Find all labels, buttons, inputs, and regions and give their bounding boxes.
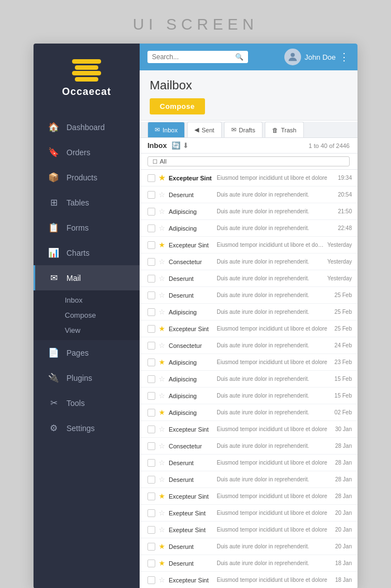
- email-checkbox[interactable]: [147, 526, 155, 534]
- star-icon[interactable]: ★: [159, 358, 165, 366]
- star-icon[interactable]: ★: [159, 408, 165, 417]
- sidebar-item-plugins[interactable]: 🔌 Plugins: [34, 365, 140, 390]
- email-row[interactable]: ☆ Deserunt Duis aute irure dolor in repr…: [140, 270, 357, 287]
- email-checkbox[interactable]: [147, 392, 155, 400]
- email-checkbox[interactable]: [147, 258, 155, 266]
- email-row[interactable]: ☆ Deserunt Duis aute irure dolor in repr…: [140, 187, 357, 203]
- star-icon[interactable]: ☆: [159, 291, 165, 299]
- star-icon[interactable]: ☆: [159, 375, 165, 383]
- email-checkbox[interactable]: [147, 342, 155, 350]
- star-icon[interactable]: ☆: [159, 525, 165, 534]
- email-checkbox[interactable]: [147, 543, 155, 551]
- email-row[interactable]: ★ Excepteur Sint Eiusmod tempor incididu…: [140, 321, 357, 337]
- tab-inbox[interactable]: ✉ Inbox: [147, 122, 185, 137]
- email-checkbox[interactable]: [147, 275, 155, 283]
- star-icon[interactable]: ★: [159, 559, 165, 567]
- email-row[interactable]: ★ Adipiscing Eiusmod tempor incididunt u…: [140, 354, 357, 371]
- star-icon[interactable]: ☆: [159, 509, 165, 517]
- subnav-view[interactable]: View: [65, 323, 140, 338]
- sidebar-item-charts[interactable]: 📊 Charts: [34, 240, 140, 265]
- sidebar-item-dashboard[interactable]: 🏠 Dashboard: [34, 114, 140, 140]
- email-checkbox[interactable]: [147, 442, 155, 450]
- star-icon[interactable]: ☆: [159, 207, 165, 216]
- search-box[interactable]: 🔍: [147, 51, 248, 63]
- sidebar-item-tools[interactable]: ✂ Tools: [34, 390, 140, 415]
- star-icon[interactable]: ☆: [159, 391, 165, 400]
- email-checkbox[interactable]: [147, 358, 155, 366]
- email-checkbox[interactable]: [147, 208, 155, 216]
- email-row[interactable]: ★ Deserunt Duis aute irure dolor in repr…: [140, 538, 357, 555]
- email-row[interactable]: ☆ Deserunt Eiusmod tempor incididunt ut …: [140, 455, 357, 471]
- email-row[interactable]: ☆ Adipiscing Duis aute irure dolor in re…: [140, 304, 357, 321]
- tab-trash[interactable]: 🗑 Trash: [265, 122, 304, 137]
- star-icon[interactable]: ★: [159, 542, 165, 551]
- sidebar-item-tables[interactable]: ⊞ Tables: [34, 190, 140, 215]
- email-checkbox[interactable]: [147, 459, 155, 467]
- star-icon[interactable]: ★: [159, 492, 165, 500]
- email-checkbox[interactable]: [147, 325, 155, 333]
- email-checkbox[interactable]: [147, 375, 155, 383]
- filter-icon[interactable]: ⬇: [183, 141, 189, 150]
- refresh-icon[interactable]: 🔄: [171, 141, 180, 150]
- email-row[interactable]: ☆ Exepteur Sint Eiusmod tempor incididun…: [140, 522, 357, 538]
- star-icon[interactable]: ☆: [159, 341, 165, 350]
- email-row[interactable]: ★ Excepteur Sint Eiusmod tempor incididu…: [140, 237, 357, 254]
- email-row[interactable]: ☆ Excepteur Sint Eiusmod tempor incididu…: [140, 421, 357, 438]
- email-row[interactable]: ★ Adipiscing Duis aute irure dolor in re…: [140, 404, 357, 421]
- email-row[interactable]: ☆ Consectetur Duis aute irure dolor in r…: [140, 337, 357, 354]
- star-icon[interactable]: ☆: [159, 257, 165, 266]
- email-checkbox[interactable]: [147, 560, 155, 567]
- star-icon[interactable]: ★: [159, 241, 165, 249]
- email-checkbox[interactable]: [147, 509, 155, 517]
- star-icon[interactable]: ☆: [159, 224, 165, 232]
- email-checkbox[interactable]: [147, 476, 155, 484]
- email-row[interactable]: ☆ Consectetur Duis aute irure dolor in r…: [140, 438, 357, 455]
- email-row[interactable]: ☆ Exepteur Sint Eiusmod tempor incididun…: [140, 505, 357, 522]
- email-row[interactable]: ☆ Adipiscing Duis aute irure dolor in re…: [140, 371, 357, 388]
- tab-sent[interactable]: ◀ Sent: [187, 122, 222, 137]
- subnav-inbox[interactable]: Inbox: [65, 293, 140, 308]
- email-checkbox[interactable]: [147, 308, 155, 316]
- email-row[interactable]: ☆ Adipiscing Duis aute irure dolor in re…: [140, 220, 357, 237]
- search-input[interactable]: [152, 53, 233, 61]
- email-checkbox[interactable]: [147, 241, 155, 249]
- email-checkbox[interactable]: [147, 291, 155, 299]
- email-checkbox[interactable]: [147, 224, 155, 232]
- email-checkbox[interactable]: [147, 191, 155, 199]
- email-checkbox[interactable]: [147, 493, 155, 500]
- more-options-icon[interactable]: ⋮: [339, 51, 350, 63]
- sidebar-item-forms[interactable]: 📋 Forms: [34, 215, 140, 240]
- email-checkbox[interactable]: [147, 174, 155, 182]
- star-icon[interactable]: ☆: [159, 308, 165, 316]
- star-icon[interactable]: ☆: [159, 475, 165, 484]
- sidebar-item-products[interactable]: 📦 Products: [34, 165, 140, 190]
- sidebar-item-settings[interactable]: ⚙ Settings: [34, 415, 140, 441]
- email-row[interactable]: ☆ Consectetur Duis aute irure dolor in r…: [140, 254, 357, 270]
- star-icon[interactable]: ☆: [159, 190, 165, 199]
- sidebar-item-orders[interactable]: 🔖 Orders: [34, 140, 140, 165]
- sidebar-item-mail[interactable]: ✉ Mail: [34, 265, 140, 290]
- star-icon[interactable]: ☆: [159, 576, 165, 584]
- star-icon[interactable]: ☆: [159, 274, 165, 283]
- email-row[interactable]: ★ Excepteur Sint Eiusmod tempor incididu…: [140, 170, 357, 187]
- email-row[interactable]: ☆ Adipiscing Duis aute irure dolor in re…: [140, 388, 357, 404]
- star-icon[interactable]: ★: [159, 174, 165, 182]
- email-row[interactable]: ☆ Deserunt Duis aute irure dolor in repr…: [140, 287, 357, 304]
- select-all-button[interactable]: ☐ All: [147, 156, 350, 166]
- email-row[interactable]: ☆ Adipiscing Duis aute irure dolor in re…: [140, 203, 357, 220]
- star-icon[interactable]: ☆: [159, 442, 165, 450]
- sidebar-item-pages[interactable]: 📄 Pages: [34, 340, 140, 365]
- star-icon[interactable]: ★: [159, 324, 165, 333]
- email-row[interactable]: ★ Deserunt Duis aute irure dolor in repr…: [140, 555, 357, 572]
- star-icon[interactable]: ☆: [159, 458, 165, 467]
- email-row[interactable]: ★ Excepteur Sint Eiusmod tempor incididu…: [140, 488, 357, 505]
- compose-button[interactable]: Compose: [150, 98, 205, 114]
- email-checkbox[interactable]: [147, 576, 155, 584]
- email-row[interactable]: ☆ Excepteur Sint Eiusmod tempor incididu…: [140, 572, 357, 588]
- email-checkbox[interactable]: [147, 409, 155, 417]
- email-checkbox[interactable]: [147, 426, 155, 433]
- star-icon[interactable]: ☆: [159, 425, 165, 433]
- tab-drafts[interactable]: ✉ Drafts: [224, 122, 263, 137]
- email-row[interactable]: ☆ Deserunt Duis aute irure dolor in repr…: [140, 471, 357, 488]
- subnav-compose[interactable]: Compose: [65, 308, 140, 323]
